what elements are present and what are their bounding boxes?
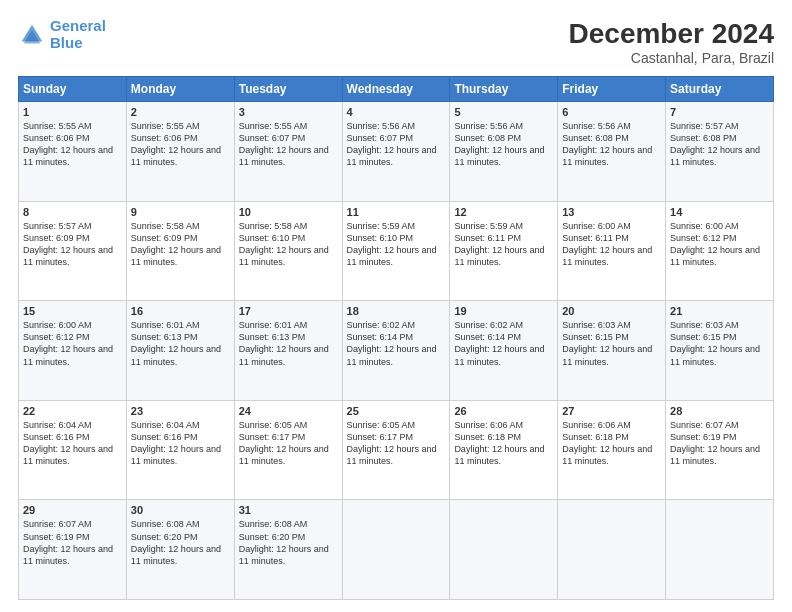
calendar-week-2: 8 Sunrise: 5:57 AM Sunset: 6:09 PM Dayli… (19, 201, 774, 301)
calendar-cell: 3 Sunrise: 5:55 AM Sunset: 6:07 PM Dayli… (234, 102, 342, 202)
calendar-body: 1 Sunrise: 5:55 AM Sunset: 6:06 PM Dayli… (19, 102, 774, 600)
logo-line1: General (50, 17, 106, 34)
day-info: Sunrise: 6:05 AM Sunset: 6:17 PM Dayligh… (239, 419, 338, 468)
day-info: Sunrise: 5:58 AM Sunset: 6:10 PM Dayligh… (239, 220, 338, 269)
day-info: Sunrise: 6:01 AM Sunset: 6:13 PM Dayligh… (239, 319, 338, 368)
day-number: 9 (131, 206, 230, 218)
day-info: Sunrise: 5:55 AM Sunset: 6:07 PM Dayligh… (239, 120, 338, 169)
day-number: 23 (131, 405, 230, 417)
calendar-week-5: 29 Sunrise: 6:07 AM Sunset: 6:19 PM Dayl… (19, 500, 774, 600)
day-number: 4 (347, 106, 446, 118)
logo-text: General Blue (50, 18, 106, 51)
calendar-cell: 15 Sunrise: 6:00 AM Sunset: 6:12 PM Dayl… (19, 301, 127, 401)
day-number: 2 (131, 106, 230, 118)
day-info: Sunrise: 6:04 AM Sunset: 6:16 PM Dayligh… (131, 419, 230, 468)
calendar-cell (666, 500, 774, 600)
day-number: 18 (347, 305, 446, 317)
calendar-cell: 23 Sunrise: 6:04 AM Sunset: 6:16 PM Dayl… (126, 400, 234, 500)
day-number: 10 (239, 206, 338, 218)
logo-icon (18, 21, 46, 49)
calendar-cell: 25 Sunrise: 6:05 AM Sunset: 6:17 PM Dayl… (342, 400, 450, 500)
header-row: Sunday Monday Tuesday Wednesday Thursday… (19, 77, 774, 102)
calendar-cell: 12 Sunrise: 5:59 AM Sunset: 6:11 PM Dayl… (450, 201, 558, 301)
calendar-cell: 20 Sunrise: 6:03 AM Sunset: 6:15 PM Dayl… (558, 301, 666, 401)
calendar-cell: 5 Sunrise: 5:56 AM Sunset: 6:08 PM Dayli… (450, 102, 558, 202)
day-info: Sunrise: 5:56 AM Sunset: 6:08 PM Dayligh… (454, 120, 553, 169)
day-info: Sunrise: 5:56 AM Sunset: 6:08 PM Dayligh… (562, 120, 661, 169)
header-tuesday: Tuesday (234, 77, 342, 102)
day-number: 30 (131, 504, 230, 516)
day-number: 17 (239, 305, 338, 317)
calendar-cell: 16 Sunrise: 6:01 AM Sunset: 6:13 PM Dayl… (126, 301, 234, 401)
day-info: Sunrise: 6:01 AM Sunset: 6:13 PM Dayligh… (131, 319, 230, 368)
header-monday: Monday (126, 77, 234, 102)
day-number: 22 (23, 405, 122, 417)
calendar-cell: 14 Sunrise: 6:00 AM Sunset: 6:12 PM Dayl… (666, 201, 774, 301)
day-info: Sunrise: 6:02 AM Sunset: 6:14 PM Dayligh… (347, 319, 446, 368)
day-number: 3 (239, 106, 338, 118)
calendar-week-1: 1 Sunrise: 5:55 AM Sunset: 6:06 PM Dayli… (19, 102, 774, 202)
calendar-cell: 28 Sunrise: 6:07 AM Sunset: 6:19 PM Dayl… (666, 400, 774, 500)
day-number: 29 (23, 504, 122, 516)
calendar-cell: 26 Sunrise: 6:06 AM Sunset: 6:18 PM Dayl… (450, 400, 558, 500)
day-info: Sunrise: 6:03 AM Sunset: 6:15 PM Dayligh… (670, 319, 769, 368)
day-info: Sunrise: 6:02 AM Sunset: 6:14 PM Dayligh… (454, 319, 553, 368)
calendar-cell: 2 Sunrise: 5:55 AM Sunset: 6:06 PM Dayli… (126, 102, 234, 202)
calendar-cell: 19 Sunrise: 6:02 AM Sunset: 6:14 PM Dayl… (450, 301, 558, 401)
header: General Blue December 2024 Castanhal, Pa… (18, 18, 774, 66)
calendar-cell (342, 500, 450, 600)
day-number: 7 (670, 106, 769, 118)
day-info: Sunrise: 5:58 AM Sunset: 6:09 PM Dayligh… (131, 220, 230, 269)
header-wednesday: Wednesday (342, 77, 450, 102)
day-number: 12 (454, 206, 553, 218)
day-number: 15 (23, 305, 122, 317)
day-info: Sunrise: 5:55 AM Sunset: 6:06 PM Dayligh… (23, 120, 122, 169)
day-info: Sunrise: 5:55 AM Sunset: 6:06 PM Dayligh… (131, 120, 230, 169)
day-info: Sunrise: 6:08 AM Sunset: 6:20 PM Dayligh… (239, 518, 338, 567)
day-number: 26 (454, 405, 553, 417)
day-info: Sunrise: 6:06 AM Sunset: 6:18 PM Dayligh… (454, 419, 553, 468)
calendar-table: Sunday Monday Tuesday Wednesday Thursday… (18, 76, 774, 600)
logo: General Blue (18, 18, 106, 51)
day-info: Sunrise: 6:04 AM Sunset: 6:16 PM Dayligh… (23, 419, 122, 468)
day-number: 8 (23, 206, 122, 218)
calendar-header: Sunday Monday Tuesday Wednesday Thursday… (19, 77, 774, 102)
day-number: 6 (562, 106, 661, 118)
page-subtitle: Castanhal, Para, Brazil (569, 50, 774, 66)
day-info: Sunrise: 6:08 AM Sunset: 6:20 PM Dayligh… (131, 518, 230, 567)
header-saturday: Saturday (666, 77, 774, 102)
day-number: 20 (562, 305, 661, 317)
calendar-week-4: 22 Sunrise: 6:04 AM Sunset: 6:16 PM Dayl… (19, 400, 774, 500)
day-number: 24 (239, 405, 338, 417)
day-number: 16 (131, 305, 230, 317)
day-number: 1 (23, 106, 122, 118)
calendar-cell: 27 Sunrise: 6:06 AM Sunset: 6:18 PM Dayl… (558, 400, 666, 500)
calendar-cell: 18 Sunrise: 6:02 AM Sunset: 6:14 PM Dayl… (342, 301, 450, 401)
day-info: Sunrise: 6:00 AM Sunset: 6:11 PM Dayligh… (562, 220, 661, 269)
calendar-cell: 17 Sunrise: 6:01 AM Sunset: 6:13 PM Dayl… (234, 301, 342, 401)
calendar-cell: 30 Sunrise: 6:08 AM Sunset: 6:20 PM Dayl… (126, 500, 234, 600)
calendar-cell: 7 Sunrise: 5:57 AM Sunset: 6:08 PM Dayli… (666, 102, 774, 202)
page: General Blue December 2024 Castanhal, Pa… (0, 0, 792, 612)
day-number: 27 (562, 405, 661, 417)
calendar-cell: 29 Sunrise: 6:07 AM Sunset: 6:19 PM Dayl… (19, 500, 127, 600)
day-info: Sunrise: 6:00 AM Sunset: 6:12 PM Dayligh… (23, 319, 122, 368)
calendar-cell: 10 Sunrise: 5:58 AM Sunset: 6:10 PM Dayl… (234, 201, 342, 301)
calendar-cell: 11 Sunrise: 5:59 AM Sunset: 6:10 PM Dayl… (342, 201, 450, 301)
day-number: 14 (670, 206, 769, 218)
calendar-cell: 31 Sunrise: 6:08 AM Sunset: 6:20 PM Dayl… (234, 500, 342, 600)
day-number: 5 (454, 106, 553, 118)
day-number: 19 (454, 305, 553, 317)
calendar-cell: 6 Sunrise: 5:56 AM Sunset: 6:08 PM Dayli… (558, 102, 666, 202)
day-number: 11 (347, 206, 446, 218)
page-title: December 2024 (569, 18, 774, 50)
day-info: Sunrise: 6:06 AM Sunset: 6:18 PM Dayligh… (562, 419, 661, 468)
day-info: Sunrise: 5:57 AM Sunset: 6:08 PM Dayligh… (670, 120, 769, 169)
header-friday: Friday (558, 77, 666, 102)
day-info: Sunrise: 5:59 AM Sunset: 6:10 PM Dayligh… (347, 220, 446, 269)
day-info: Sunrise: 5:56 AM Sunset: 6:07 PM Dayligh… (347, 120, 446, 169)
calendar-week-3: 15 Sunrise: 6:00 AM Sunset: 6:12 PM Dayl… (19, 301, 774, 401)
day-number: 25 (347, 405, 446, 417)
calendar-cell: 22 Sunrise: 6:04 AM Sunset: 6:16 PM Dayl… (19, 400, 127, 500)
calendar-cell: 13 Sunrise: 6:00 AM Sunset: 6:11 PM Dayl… (558, 201, 666, 301)
